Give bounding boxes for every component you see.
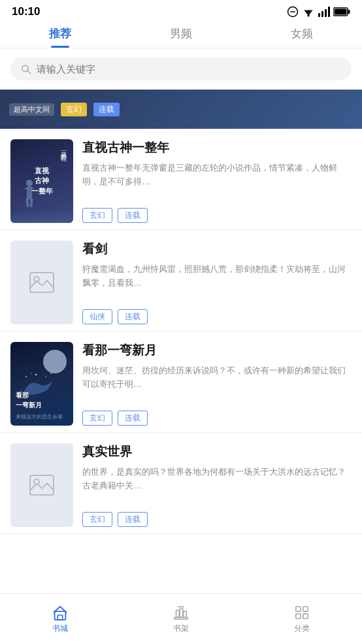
tab-female[interactable]: 女频 <box>241 26 362 48</box>
tabs: 推荐 男频 女频 <box>0 21 362 48</box>
book-tag-genre-4: 玄幻 <box>82 512 112 527</box>
book-tags-4: 玄幻 连载 <box>82 512 352 527</box>
book-item-3[interactable]: 看那一弯新月 来猫远方的思念乡著 看那一弯新月 用坎坷、迷茫、彷徨的经历来诉说吗… <box>0 331 362 433</box>
tab-recommend[interactable]: 推荐 <box>0 26 121 48</box>
book-info-4: 真实世界 的世界，是真实的吗？世界各地为何都有一场关于大洪水的远古记忆？古老典籍… <box>73 443 352 527</box>
nav-item-bookshelf[interactable]: 书架 <box>121 604 242 634</box>
bookstore-icon <box>52 604 69 621</box>
book-tag-status-2: 连载 <box>118 309 148 324</box>
status-time: 10:10 <box>12 5 40 18</box>
book-cover-4 <box>10 443 73 527</box>
svg-rect-39 <box>303 613 308 618</box>
search-bar[interactable] <box>10 58 352 80</box>
svg-rect-19 <box>25 198 29 207</box>
svg-rect-8 <box>325 9 327 17</box>
tab-male[interactable]: 男频 <box>121 26 242 48</box>
search-input[interactable] <box>37 63 341 75</box>
bottom-nav: 书城 书架 分类 <box>0 593 362 644</box>
wifi-icon <box>302 6 315 18</box>
svg-rect-35 <box>184 611 187 617</box>
svg-rect-33 <box>176 610 180 617</box>
nav-label-bookstore: 书城 <box>52 623 68 634</box>
book-item-1[interactable]: 直视古神一整年 三藏的左轮 直视古神一整年 直视古神一整年无弹窗是三藏的左轮的小… <box>0 129 362 230</box>
book-title-1: 直视古神一整年 <box>82 139 352 156</box>
banner-source: 超高中文间 <box>9 103 54 116</box>
book-item-2[interactable]: 看剑 狩魔需渴血，九州恃风雷，照胆撼八荒，那剑绕指柔！灾劫将至，山河飘零，且看我… <box>0 230 362 331</box>
signal-icon <box>318 7 330 17</box>
svg-rect-28 <box>30 475 54 495</box>
book-tag-genre-2: 仙侠 <box>82 309 112 324</box>
svg-rect-12 <box>335 9 347 15</box>
svg-rect-30 <box>55 611 66 620</box>
book-tag-status-1: 连载 <box>118 208 148 223</box>
nav-label-bookshelf: 书架 <box>173 623 189 634</box>
nav-item-bookstore[interactable]: 书城 <box>0 604 121 634</box>
svg-rect-31 <box>58 615 63 619</box>
cover-moon <box>43 350 67 373</box>
banner-tag-genre: 玄幻 <box>61 103 87 116</box>
image-placeholder-icon-2 <box>29 475 54 496</box>
nav-item-category[interactable]: 分类 <box>241 604 362 634</box>
svg-rect-38 <box>295 613 300 618</box>
book-info-3: 看那一弯新月 用坎坷、迷茫、彷徨的经历来诉说吗？不，或许有一种新的希望让我们可以… <box>73 342 352 426</box>
book-desc-3: 用坎坷、迷茫、彷徨的经历来诉说吗？不，或许有一种新的希望让我们可以寄托于明… <box>82 364 352 404</box>
svg-rect-16 <box>27 186 32 199</box>
book-info-2: 看剑 狩魔需渴血，九州恃风雷，照胆撼八荒，那剑绕指柔！灾劫将至，山河飘零，且看我… <box>73 241 352 324</box>
image-placeholder-icon <box>29 272 54 293</box>
battery-icon <box>333 7 350 16</box>
cover-figure <box>20 178 39 211</box>
svg-rect-6 <box>318 13 320 17</box>
svg-rect-20 <box>29 198 33 207</box>
book-cover-3: 看那一弯新月 来猫远方的思念乡著 <box>10 342 73 426</box>
book-tag-status-4: 连载 <box>118 512 148 527</box>
svg-line-14 <box>27 71 30 73</box>
svg-point-5 <box>307 14 309 16</box>
category-icon <box>293 604 310 621</box>
book-tags-2: 仙侠 连载 <box>82 309 352 324</box>
banner-tag-status: 连载 <box>93 103 120 116</box>
book-item-4[interactable]: 真实世界 的世界，是真实的吗？世界各地为何都有一场关于大洪水的远古记忆？古老典籍… <box>0 433 362 534</box>
book-cover-2 <box>10 241 73 324</box>
svg-point-25 <box>45 376 46 377</box>
book-tags-3: 玄幻 连载 <box>82 411 352 426</box>
book-tag-status-3: 连载 <box>118 411 148 426</box>
book-tag-genre-1: 玄幻 <box>82 208 112 223</box>
status-bar: 10:10 <box>0 0 362 21</box>
svg-rect-11 <box>348 10 350 14</box>
book-desc-4: 的世界，是真实的吗？世界各地为何都有一场关于大洪水的远古记忆？古老典籍中关… <box>82 466 352 505</box>
svg-point-24 <box>35 374 37 375</box>
book-desc-1: 直视古神一整年无弹窗是三藏的左轮的小说作品，情节紧凑，人物鲜明，是不可多得… <box>82 161 352 201</box>
book-desc-2: 狩魔需渴血，九州恃风雷，照胆撼八荒，那剑绕指柔！灾劫将至，山河飘零，且看我… <box>82 263 352 303</box>
book-tag-genre-3: 玄幻 <box>82 411 112 426</box>
book-title-3: 看那一弯新月 <box>82 342 352 359</box>
svg-rect-37 <box>303 606 308 611</box>
svg-rect-9 <box>328 7 330 17</box>
book-info-1: 直视古神一整年 直视古神一整年无弹窗是三藏的左轮的小说作品，情节紧凑，人物鲜明，… <box>73 139 352 223</box>
dnd-icon <box>287 6 299 18</box>
svg-rect-36 <box>295 606 300 611</box>
nav-label-category: 分类 <box>294 623 310 634</box>
svg-point-27 <box>31 373 32 374</box>
book-title-2: 看剑 <box>82 241 352 258</box>
svg-rect-34 <box>180 608 183 617</box>
cover-placeholder-4 <box>10 443 73 527</box>
svg-rect-7 <box>321 11 323 17</box>
book-tags-1: 玄幻 连载 <box>82 208 352 223</box>
book-list: 超高中文间 玄幻 连载 直视古神一整年 三藏的左轮 直视古神一整年 直视古神一整… <box>0 90 362 586</box>
bookshelf-icon <box>173 604 189 621</box>
cover-placeholder-2 <box>10 241 73 324</box>
book-cover-1: 直视古神一整年 三藏的左轮 <box>10 139 73 223</box>
svg-point-26 <box>50 373 52 374</box>
svg-rect-21 <box>30 273 54 292</box>
featured-banner[interactable]: 超高中文间 玄幻 连载 <box>0 90 362 129</box>
book-title-4: 真实世界 <box>82 443 352 460</box>
svg-point-15 <box>26 180 33 186</box>
svg-point-23 <box>25 376 27 377</box>
status-icons <box>287 6 350 18</box>
search-icon <box>21 64 31 75</box>
